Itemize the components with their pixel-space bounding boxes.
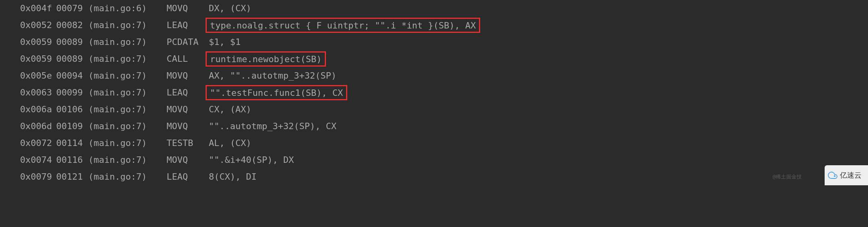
dec-address: 00094 xyxy=(56,67,88,84)
source-location: (main.go:7) xyxy=(88,17,167,34)
dec-address: 00099 xyxy=(56,84,88,101)
dec-address: 00089 xyxy=(56,51,88,67)
source-location: (main.go:7) xyxy=(88,135,167,152)
asm-line: 0x0059 00089 (main.go:7)PCDATA$1, $1 xyxy=(20,34,848,51)
operand: "".testFunc.func1(SB), CX xyxy=(210,86,343,99)
source-location: (main.go:7) xyxy=(88,101,167,118)
watermark-author: @稀土掘金技 xyxy=(772,172,802,182)
operand: CX, (AX) xyxy=(209,101,251,118)
asm-line: 0x005e 00094 (main.go:7)MOVQAX, ""..auto… xyxy=(20,67,848,84)
opcode: TESTB xyxy=(167,135,209,152)
source-location: (main.go:7) xyxy=(88,118,167,135)
watermark-brand-text: 亿速云 xyxy=(840,171,862,179)
source-location: (main.go:7) xyxy=(88,168,167,185)
asm-line: 0x006a 00106 (main.go:7)MOVQCX, (AX) xyxy=(20,101,848,118)
hex-address: 0x0059 xyxy=(20,51,56,67)
asm-line: 0x0059 00089 (main.go:7)CALLruntime.newo… xyxy=(20,51,848,67)
asm-line: 0x004f 00079 (main.go:6)MOVQDX, (CX) xyxy=(20,0,848,17)
source-location: (main.go:7) xyxy=(88,34,167,51)
asm-line: 0x0072 00114 (main.go:7)TESTBAL, (CX) xyxy=(20,135,848,152)
dec-address: 00079 xyxy=(56,0,88,17)
dec-address: 00114 xyxy=(56,135,88,152)
asm-line: 0x0079 00121 (main.go:7)LEAQ8(CX), DI xyxy=(20,168,848,185)
opcode: MOVQ xyxy=(167,101,209,118)
opcode: MOVQ xyxy=(167,67,209,84)
hex-address: 0x006d xyxy=(20,118,56,135)
opcode: MOVQ xyxy=(167,152,209,168)
highlight-annotation: runtime.newobject(SB) xyxy=(206,51,326,67)
hex-address: 0x0079 xyxy=(20,168,56,185)
hex-address: 0x0074 xyxy=(20,152,56,168)
hex-address: 0x0063 xyxy=(20,84,56,101)
operand: runtime.newobject(SB) xyxy=(210,53,322,66)
operand: "".&i+40(SP), DX xyxy=(209,152,294,168)
opcode: PCDATA xyxy=(167,34,209,51)
dec-address: 00109 xyxy=(56,118,88,135)
hex-address: 0x0072 xyxy=(20,135,56,152)
operand: $1, $1 xyxy=(209,34,240,51)
operand: DX, (CX) xyxy=(209,0,251,17)
source-location: (main.go:7) xyxy=(88,84,167,101)
svg-point-0 xyxy=(834,176,835,176)
highlight-annotation: "".testFunc.func1(SB), CX xyxy=(206,85,347,100)
source-location: (main.go:7) xyxy=(88,67,167,84)
watermark-brand: 亿速云 xyxy=(825,165,868,185)
operand: 8(CX), DI xyxy=(209,168,257,185)
hex-address: 0x0059 xyxy=(20,34,56,51)
dec-address: 00089 xyxy=(56,34,88,51)
asm-line: 0x0052 00082 (main.go:7)LEAQtype.noalg.s… xyxy=(20,17,848,34)
operand: AL, (CX) xyxy=(209,135,251,152)
opcode: LEAQ xyxy=(167,168,209,185)
asm-line: 0x006d 00109 (main.go:7)MOVQ""..autotmp_… xyxy=(20,118,848,135)
dec-address: 00116 xyxy=(56,152,88,168)
operand: type.noalg.struct { F uintptr; "".i *int… xyxy=(210,19,476,32)
cloud-icon xyxy=(828,170,837,180)
hex-address: 0x005e xyxy=(20,67,56,84)
dec-address: 00106 xyxy=(56,101,88,118)
operand: ""..autotmp_3+32(SP), CX xyxy=(209,118,336,135)
source-location: (main.go:7) xyxy=(88,51,167,67)
hex-address: 0x006a xyxy=(20,101,56,118)
dec-address: 00082 xyxy=(56,17,88,34)
assembly-code-block: 0x004f 00079 (main.go:6)MOVQDX, (CX)0x00… xyxy=(0,0,868,185)
highlight-annotation: type.noalg.struct { F uintptr; "".i *int… xyxy=(206,18,480,33)
hex-address: 0x0052 xyxy=(20,17,56,34)
source-location: (main.go:6) xyxy=(88,0,167,17)
opcode: CALL xyxy=(167,51,209,67)
hex-address: 0x004f xyxy=(20,0,56,17)
opcode: LEAQ xyxy=(167,84,209,101)
opcode: MOVQ xyxy=(167,118,209,135)
opcode: MOVQ xyxy=(167,0,209,17)
opcode: LEAQ xyxy=(167,17,209,34)
dec-address: 00121 xyxy=(56,168,88,185)
operand: AX, ""..autotmp_3+32(SP) xyxy=(209,67,336,84)
asm-line: 0x0063 00099 (main.go:7)LEAQ"".testFunc.… xyxy=(20,84,848,101)
asm-line: 0x0074 00116 (main.go:7)MOVQ"".&i+40(SP)… xyxy=(20,152,848,168)
source-location: (main.go:7) xyxy=(88,152,167,168)
